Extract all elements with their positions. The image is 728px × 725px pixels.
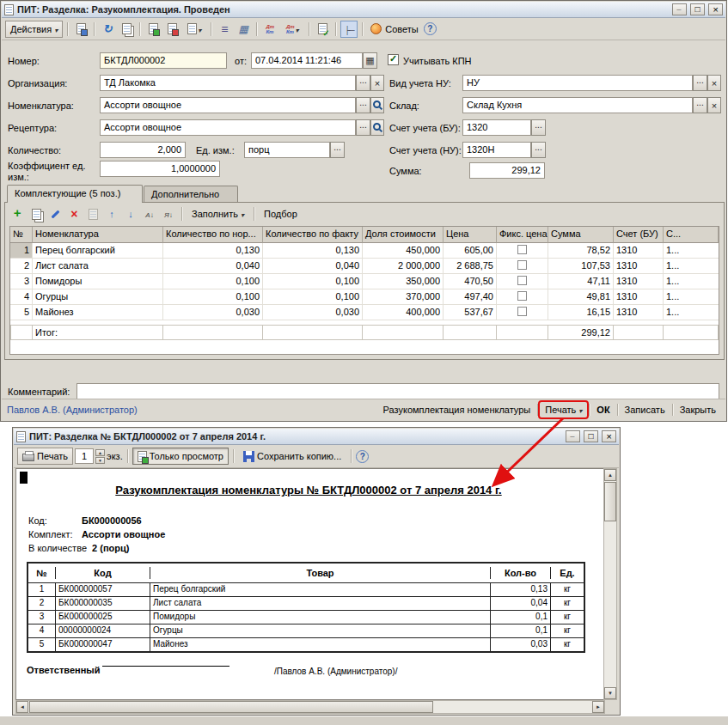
registers-button[interactable] [235, 21, 252, 38]
row-number-cell[interactable]: 3 [10, 274, 33, 289]
fill-button[interactable]: Заполнить [187, 205, 249, 222]
quantity-field[interactable]: 2,000 [100, 142, 186, 158]
table-row[interactable]: 1 Перец болгарский 0,130 0,130 450,000 6… [10, 243, 719, 259]
calendar-button[interactable] [363, 52, 377, 69]
document-viewport[interactable]: Разукомплектация номенклатуры № БКТДЛ000… [15, 468, 605, 700]
maximize-button[interactable] [584, 430, 598, 442]
col-header-share[interactable]: Доля стоимости [363, 227, 444, 243]
ok-button[interactable]: ОК [592, 403, 614, 417]
unit-field[interactable]: порц [244, 142, 330, 158]
movements-button[interactable] [216, 21, 233, 38]
comment-field[interactable] [76, 383, 719, 399]
copies-input[interactable]: 1 [75, 448, 94, 464]
table-row[interactable]: 5 Майонез 0,030 0,030 400,000 537,67 16,… [10, 305, 719, 320]
check-document-button[interactable] [314, 21, 331, 38]
organization-field[interactable]: ТД Лакомка [100, 75, 356, 91]
close-form-button[interactable]: Закрыть [676, 403, 720, 417]
horizontal-scrollbar[interactable] [15, 700, 605, 714]
end-edit-button[interactable] [84, 205, 101, 222]
row-number-cell[interactable]: 5 [10, 305, 33, 320]
vertical-scroll-thumb[interactable] [604, 482, 616, 521]
print-dropdown-button[interactable] [182, 21, 206, 38]
delete-row-button[interactable] [65, 205, 83, 222]
print-button[interactable]: Печать [541, 403, 586, 417]
col-header-num[interactable]: № [10, 227, 33, 243]
add-row-button[interactable] [9, 205, 26, 222]
stepper-up-button[interactable] [95, 449, 105, 456]
fixed-price-checkbox[interactable] [517, 276, 527, 285]
col-header-nomenclature[interactable]: Номенклатура [33, 227, 163, 243]
sort-desc-button[interactable] [160, 205, 177, 222]
row-number-cell[interactable]: 1 [10, 243, 33, 259]
col-header-sum[interactable]: Сумма [548, 227, 614, 243]
vertical-scrollbar[interactable] [603, 468, 617, 700]
recipe-select-button[interactable] [356, 119, 370, 136]
col-header-qty-fact[interactable]: Количество по факту [263, 227, 363, 243]
col-header-qty-norm[interactable]: Количество по нор... [163, 227, 263, 243]
minimize-button[interactable] [672, 3, 687, 15]
coefficient-field[interactable]: 1,0000000 [100, 161, 220, 177]
post-document-button[interactable] [144, 21, 162, 38]
warehouse-field[interactable]: Склад Кухня [462, 97, 693, 113]
minimize-button[interactable] [566, 430, 580, 442]
accounting-select-button[interactable] [693, 75, 707, 91]
account-nu-field[interactable]: 1320Н [462, 142, 531, 158]
kpn-checkbox[interactable] [388, 54, 399, 65]
warehouse-select-button[interactable] [693, 97, 707, 113]
view-only-toggle[interactable]: Только просмотр [132, 448, 229, 465]
copy-document-button[interactable] [118, 21, 135, 38]
account-bu-select-button[interactable] [531, 119, 546, 136]
recipe-search-button[interactable] [370, 119, 384, 136]
unpost-document-button[interactable] [163, 21, 180, 38]
scroll-down-button[interactable] [604, 687, 616, 699]
row-number-cell[interactable]: 2 [10, 259, 33, 274]
tab-additional[interactable]: Дополнительно [144, 186, 238, 203]
sort-asc-button[interactable] [141, 205, 158, 222]
maximize-button[interactable] [690, 3, 705, 15]
account-bu-field[interactable]: 1320 [462, 119, 531, 136]
dtkt-report-button[interactable] [280, 21, 304, 38]
scroll-up-button[interactable] [604, 469, 616, 481]
warehouse-clear-button[interactable] [707, 97, 721, 113]
doc-action-button[interactable]: Разукомплектация номенклатуры [379, 403, 535, 417]
close-button[interactable] [602, 430, 616, 442]
stepper-down-button[interactable] [95, 457, 105, 464]
nomenclature-field[interactable]: Ассорти овощное [100, 97, 356, 113]
col-header-account[interactable]: Счет (БУ) [614, 227, 664, 243]
col-header-extra[interactable]: С... [664, 227, 719, 243]
help-icon[interactable] [356, 450, 369, 463]
account-nu-select-button[interactable] [531, 142, 546, 158]
scroll-right-button[interactable] [592, 701, 604, 713]
recipe-field[interactable]: Ассорти овощное [100, 119, 356, 136]
table-row[interactable]: 3 Помидоры 0,100 0,100 350,000 470,50 47… [10, 274, 719, 289]
fixed-price-checkbox[interactable] [517, 307, 527, 316]
accounting-type-field[interactable]: НУ [462, 75, 693, 91]
fixed-price-checkbox[interactable] [517, 245, 527, 254]
refresh-button[interactable] [99, 21, 116, 38]
organization-select-button[interactable] [356, 75, 370, 91]
save-button[interactable] [72, 21, 89, 38]
tips-button[interactable]: Советы [367, 21, 421, 38]
horizontal-scroll-thumb[interactable] [29, 701, 433, 713]
pick-button[interactable]: Подбор [259, 205, 303, 222]
copy-row-button[interactable] [28, 205, 45, 222]
structure-button[interactable] [340, 21, 358, 38]
nomenclature-select-button[interactable] [356, 97, 370, 113]
help-icon[interactable] [424, 22, 437, 35]
row-number-cell[interactable]: 4 [10, 289, 33, 305]
number-field[interactable]: БКТДЛ000002 [100, 52, 227, 69]
write-button[interactable]: Записать [621, 403, 670, 417]
save-copy-button[interactable]: Сохранить копию... [238, 448, 346, 465]
nomenclature-search-button[interactable] [370, 97, 384, 113]
print-button[interactable]: Печать [17, 448, 73, 465]
scroll-left-button[interactable] [16, 701, 28, 713]
table-row[interactable]: 4 Огурцы 0,100 0,100 370,000 497,40 49,8… [10, 289, 719, 305]
unit-select-button[interactable] [330, 142, 345, 158]
tab-components[interactable]: Комплектующие (5 поз.) [7, 185, 143, 203]
sum-field[interactable]: 299,12 [469, 162, 545, 179]
table-row[interactable]: 2 Лист салата 0,040 0,040 2 000,000 2 68… [10, 259, 719, 274]
organization-clear-button[interactable] [370, 75, 384, 91]
move-up-button[interactable] [103, 205, 120, 222]
fixed-price-checkbox[interactable] [517, 260, 527, 270]
fixed-price-checkbox[interactable] [517, 291, 527, 301]
